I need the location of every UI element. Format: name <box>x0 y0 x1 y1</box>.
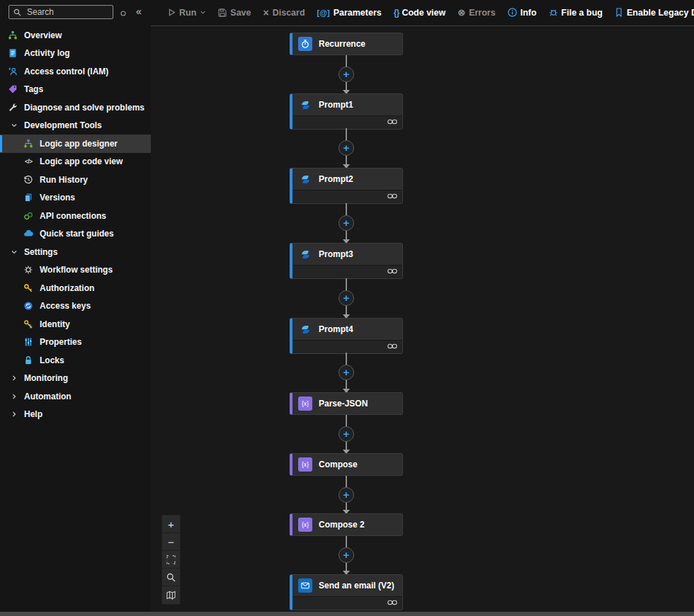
node-prompt1[interactable]: Prompt1 <box>290 93 403 130</box>
sidebar-item-quick-start-guides[interactable]: Quick start guides <box>0 225 151 244</box>
cmd-label: Enable Legacy Designer <box>627 8 694 18</box>
sidebar-item-run-history[interactable]: Run History <box>0 171 151 189</box>
sidebar-item-activity-log[interactable]: Activity log <box>0 45 151 63</box>
node-compose-2[interactable]: {x} Compose 2 <box>290 513 403 536</box>
sidebar-item-logic-app-designer[interactable]: Logic app designer <box>0 135 151 153</box>
sidebar-item-logic-app-code-view[interactable]: </> Logic app code view <box>0 153 151 171</box>
connection-row[interactable] <box>292 190 402 203</box>
sidebar-item-versions[interactable]: Versions <box>0 189 151 207</box>
add-action-button[interactable]: + <box>339 547 354 563</box>
top-command-bar: « Run Save × Discard [@] Parameters { } <box>0 0 694 25</box>
errors-button[interactable]: ⊗ Errors <box>457 7 495 18</box>
access-control-icon <box>7 66 18 77</box>
file-a-bug-button[interactable]: File a bug <box>549 8 603 18</box>
node-label: Send an email (V2) <box>319 581 394 591</box>
add-action-button[interactable]: + <box>339 426 354 442</box>
add-action-button[interactable]: + <box>339 140 354 156</box>
zoom-out-button[interactable]: − <box>162 533 180 551</box>
sidebar-item-label: API connections <box>40 211 106 221</box>
link-icon <box>387 342 397 352</box>
enable-legacy-designer-button[interactable]: Enable Legacy Designer <box>615 8 694 18</box>
sidebar-group-settings[interactable]: Settings <box>0 243 151 261</box>
chevron-right-icon <box>10 375 18 382</box>
sidebar-item-label: Authorization <box>40 283 94 293</box>
minimap-button[interactable] <box>162 586 180 604</box>
code-braces-icon: { } <box>394 8 399 18</box>
chevron-down-icon <box>10 249 18 256</box>
sidebar-item-access-keys[interactable]: Access keys <box>0 297 151 316</box>
sidebar-item-label: Run History <box>40 175 88 185</box>
versions-icon <box>23 192 34 203</box>
sidebar-item-label: Versions <box>40 193 75 203</box>
sidebar-item-api-connections[interactable]: API connections <box>0 207 151 225</box>
node-recurrence[interactable]: Recurrence <box>290 33 403 55</box>
sidebar-group-monitoring[interactable]: Monitoring <box>0 370 151 388</box>
search-shortcut-icon <box>120 8 126 18</box>
edge-connector: + <box>346 415 347 453</box>
sidebar-item-identity[interactable]: Identity <box>0 315 151 333</box>
add-action-button[interactable]: + <box>339 365 354 380</box>
svg-text:{x}: {x} <box>302 521 309 528</box>
info-button[interactable]: Info <box>508 8 537 18</box>
sidebar-item-locks[interactable]: Locks <box>0 351 151 370</box>
cmd-label: File a bug <box>562 8 603 18</box>
node-prompt2[interactable]: Prompt2 <box>290 168 403 204</box>
edge-connector: + <box>346 55 347 93</box>
overview-icon <box>7 30 18 41</box>
node-prompt3[interactable]: Prompt3 <box>290 243 403 279</box>
sidebar-group-label: Settings <box>24 247 57 257</box>
sidebar-group-automation[interactable]: Automation <box>0 387 151 406</box>
connection-row[interactable] <box>292 340 402 353</box>
sidebar-item-workflow-settings[interactable]: Workflow settings <box>0 261 151 280</box>
link-icon <box>387 192 397 202</box>
add-action-button[interactable]: + <box>339 67 354 82</box>
sidebar-search-box[interactable] <box>8 5 113 19</box>
sidebar-item-access-control[interactable]: Access control (IAM) <box>0 62 151 81</box>
sidebar-item-diagnose[interactable]: Diagnose and solve problems <box>0 98 151 117</box>
sidebar-item-tags[interactable]: Tags <box>0 81 151 99</box>
lock-icon <box>23 355 34 366</box>
add-action-button[interactable]: + <box>339 487 354 503</box>
save-button[interactable]: Save <box>218 8 251 18</box>
add-action-button[interactable]: + <box>339 215 354 231</box>
node-label: Compose <box>319 460 358 469</box>
collapse-menu-button[interactable]: « <box>136 6 142 17</box>
connection-row[interactable] <box>292 115 402 129</box>
connection-row[interactable] <box>292 596 402 610</box>
edge-connector: + <box>346 476 347 513</box>
node-send-an-email[interactable]: Send an email (V2) <box>290 574 403 610</box>
chevron-right-icon <box>10 411 18 418</box>
sidebar-group-label: Automation <box>24 392 72 401</box>
sidebar-item-label: Activity log <box>24 48 70 58</box>
activity-log-icon <box>7 47 18 59</box>
quick-start-icon <box>23 228 34 239</box>
node-parse-json[interactable]: {x} Parse-JSON <box>290 392 403 415</box>
connection-row[interactable] <box>292 265 402 278</box>
sidebar-item-authorization[interactable]: Authorization <box>0 279 151 297</box>
node-label: Prompt3 <box>319 249 353 259</box>
workflow-canvas[interactable]: Recurrence + Prompt1 + Prompt2 <box>151 25 694 612</box>
sidebar-item-label: Logic app designer <box>40 139 118 149</box>
link-icon <box>387 267 397 277</box>
node-compose[interactable]: {x} Compose <box>290 453 403 476</box>
edge-connector: + <box>346 536 347 574</box>
sidebar-group-label: Help <box>24 409 42 419</box>
run-button[interactable]: Run <box>168 8 206 18</box>
data-operations-icon: {x} <box>298 397 312 411</box>
sidebar-group-development-tools[interactable]: Development Tools <box>0 117 151 135</box>
search-input[interactable] <box>25 6 108 18</box>
canvas-zoom-controls: + − <box>161 515 181 605</box>
code-view-button[interactable]: { } Code view <box>394 8 446 18</box>
node-label: Prompt1 <box>319 100 353 110</box>
discard-button[interactable]: × Discard <box>263 7 305 18</box>
link-icon <box>387 598 397 608</box>
zoom-in-button[interactable]: + <box>162 515 180 533</box>
zoom-search-button[interactable] <box>162 569 180 586</box>
fit-view-button[interactable] <box>162 551 180 569</box>
add-action-button[interactable]: + <box>339 290 354 306</box>
sidebar-item-overview[interactable]: Overview <box>0 26 151 45</box>
sidebar-item-properties[interactable]: Properties <box>0 333 151 352</box>
sidebar-group-help[interactable]: Help <box>0 406 151 424</box>
parameters-button[interactable]: [@] Parameters <box>317 8 382 18</box>
node-prompt4[interactable]: Prompt4 <box>290 318 403 354</box>
